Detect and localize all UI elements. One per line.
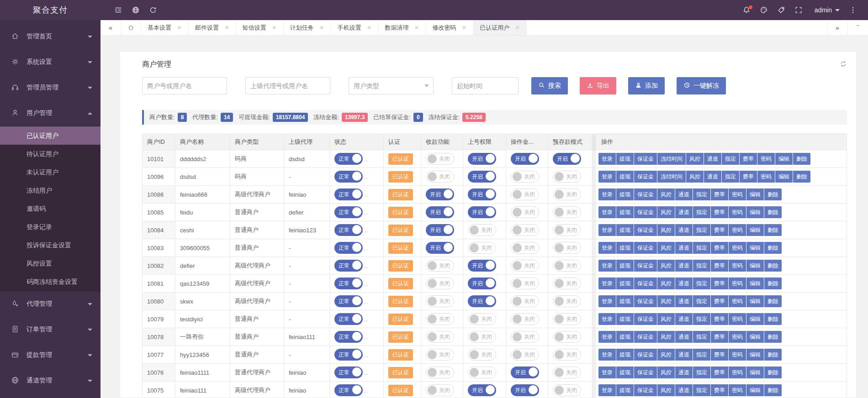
tab-sms-settings[interactable]: 短信设置 ✕ [236,20,284,35]
action-risk-button[interactable]: 风控 [657,189,675,200]
action-edit-button[interactable]: 编辑 [746,224,764,236]
action-delete-button[interactable]: 删除 [764,278,782,289]
add-button[interactable]: 添加 [628,77,665,94]
action-assign-button[interactable]: 指定 [693,260,710,272]
action-risk-button[interactable]: 风控 [686,153,704,165]
action-withdraw-button[interactable]: 提现 [616,367,634,378]
tab-basic-settings[interactable]: 基本设置 ✕ [141,20,189,35]
action-password-button[interactable]: 密码 [729,224,746,236]
action-channel-button[interactable]: 通道 [675,384,693,396]
action-rate-button[interactable]: 费率 [711,242,728,254]
sidebar-item-withdraw-mgmt[interactable]: 提款管理 [0,342,101,368]
action-deposit-button[interactable]: 保证金 [634,295,657,307]
action-freeze-time-button[interactable]: 冻结时间 [657,171,686,183]
operate-fund-toggle[interactable]: 关闭 [511,313,539,325]
status-toggle[interactable]: 正常 [334,349,363,361]
action-login-button[interactable]: 登录 [598,295,616,307]
account-grant-toggle[interactable]: 开启 [468,260,496,272]
action-password-button[interactable]: 密码 [757,171,775,183]
sidebar-subitem-pending-users[interactable]: 待认证用户 [0,145,101,163]
account-grant-toggle[interactable]: 开启 [468,171,496,183]
sidebar-item-user-mgmt[interactable]: 用户管理 [0,100,101,126]
status-toggle[interactable]: 正常 [334,367,363,378]
action-password-button[interactable]: 密码 [729,349,746,361]
operate-fund-toggle[interactable]: 关闭 [511,171,539,183]
collect-toggle[interactable]: 开启 [426,206,454,218]
action-edit-button[interactable]: 编辑 [746,313,764,325]
collect-toggle[interactable]: 关闭 [426,367,454,378]
action-channel-button[interactable]: 通道 [675,278,693,289]
action-deposit-button[interactable]: 保证金 [634,224,657,236]
tab-cron-tasks[interactable]: 计划任务 ✕ [284,20,331,35]
action-deposit-button[interactable]: 保证金 [634,206,657,218]
tab-data-cleanup[interactable]: 数据清理 ✕ [379,20,426,35]
status-toggle[interactable]: 正常 [334,224,363,236]
deposit-mode-toggle[interactable]: 关闭 [553,260,581,272]
refresh-icon[interactable] [144,0,162,20]
tabs-scroll-left-icon[interactable]: « [101,20,121,35]
action-withdraw-button[interactable]: 提现 [616,153,634,165]
action-channel-button[interactable]: 通道 [675,313,693,325]
operate-fund-toggle[interactable]: 关闭 [511,278,539,289]
action-delete-button[interactable]: 删除 [764,367,782,378]
action-assign-button[interactable]: 指定 [693,349,710,361]
action-edit-button[interactable]: 编辑 [746,189,764,200]
close-icon[interactable]: ✕ [461,24,466,31]
action-risk-button[interactable]: 风控 [657,367,675,378]
action-withdraw-button[interactable]: 提现 [616,313,634,325]
user-menu[interactable]: admin [815,6,840,14]
action-login-button[interactable]: 登录 [598,384,616,396]
action-rate-button[interactable]: 费率 [740,153,757,165]
action-rate-button[interactable]: 费率 [711,313,728,325]
account-grant-toggle[interactable]: 开启 [468,384,496,396]
account-grant-toggle[interactable]: 关闭 [468,313,496,325]
action-assign-button[interactable]: 指定 [693,224,710,236]
account-grant-toggle[interactable]: 关闭 [468,349,496,361]
action-risk-button[interactable]: 风控 [657,206,675,218]
sidebar-item-agent-mgmt[interactable]: 代理管理 [0,291,101,317]
operate-fund-toggle[interactable]: 关闭 [511,224,539,236]
action-withdraw-button[interactable]: 提现 [616,171,634,183]
action-login-button[interactable]: 登录 [598,349,616,361]
action-rate-button[interactable]: 费率 [740,171,757,183]
sidebar-item-channel-mgmt[interactable]: 通道管理 [0,368,101,393]
action-risk-button[interactable]: 风控 [657,295,675,307]
sidebar-item-system-settings[interactable]: 系统设置 [0,49,101,75]
fullscreen-expand-icon[interactable] [790,0,807,20]
operate-fund-toggle[interactable]: 关闭 [511,206,539,218]
action-assign-button[interactable]: 指定 [693,384,710,396]
action-login-button[interactable]: 登录 [598,313,616,325]
action-deposit-button[interactable]: 保证金 [634,384,657,396]
sidebar-subitem-risk-settings[interactable]: 风控设置 [0,254,101,272]
action-rate-button[interactable]: 费率 [711,384,728,396]
action-withdraw-button[interactable]: 提现 [616,224,634,236]
action-password-button[interactable]: 密码 [729,278,746,289]
collect-toggle[interactable]: 关闭 [426,313,454,325]
status-toggle[interactable]: 正常 [334,331,363,343]
action-risk-button[interactable]: 风控 [657,224,675,236]
action-rate-button[interactable]: 费率 [711,278,728,289]
action-risk-button[interactable]: 风控 [657,260,675,272]
operate-fund-toggle[interactable]: 关闭 [511,242,539,254]
action-channel-button[interactable]: 通道 [675,367,693,378]
action-rate-button[interactable]: 费率 [711,331,728,343]
collect-toggle[interactable]: 开启 [426,189,454,200]
action-password-button[interactable]: 密码 [729,206,746,218]
user-type-value[interactable] [349,77,434,94]
action-risk-button[interactable]: 风控 [657,242,675,254]
action-delete-button[interactable]: 删除 [764,260,782,272]
action-password-button[interactable]: 密码 [729,295,746,307]
collect-toggle[interactable]: 关闭 [426,153,454,165]
action-login-button[interactable]: 登录 [598,206,616,218]
merchant-search-input[interactable] [142,77,227,94]
sidebar-subitem-verified-users[interactable]: 已认证用户 [0,126,101,145]
action-edit-button[interactable]: 编辑 [746,367,764,378]
action-delete-button[interactable]: 删除 [764,224,782,236]
action-deposit-button[interactable]: 保证金 [634,153,657,165]
operate-fund-toggle[interactable]: 关闭 [511,189,539,200]
sidebar-subitem-complaint-deposit-settings[interactable]: 投诉保证金设置 [0,236,101,254]
deposit-mode-toggle[interactable]: 关闭 [553,331,581,343]
action-freeze-time-button[interactable]: 冻结时间 [657,153,686,165]
action-edit-button[interactable]: 编辑 [746,349,764,361]
status-toggle[interactable]: 正常 [334,189,363,200]
